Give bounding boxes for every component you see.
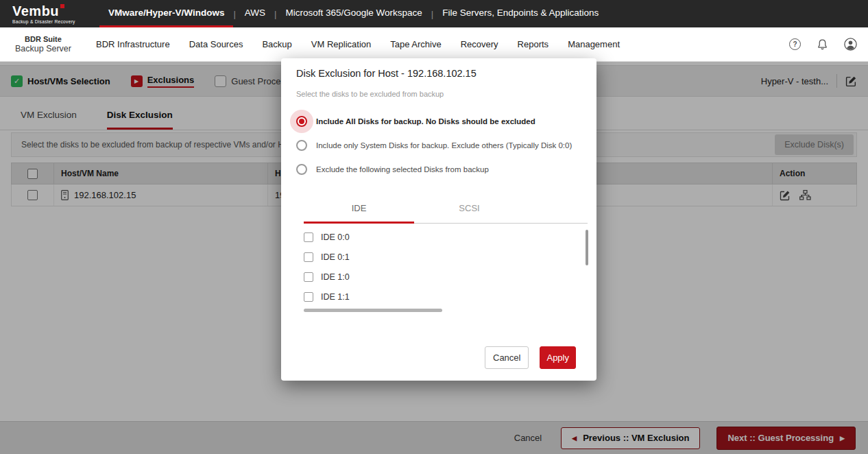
disk-checkbox[interactable] <box>304 252 313 262</box>
user-avatar-icon[interactable] <box>844 38 857 51</box>
menu-management[interactable]: Management <box>568 39 620 49</box>
tab-scsi[interactable]: SCSI <box>414 196 525 223</box>
disk-type-tabs: IDE SCSI <box>304 196 588 224</box>
vertical-scrollbar[interactable] <box>586 230 588 265</box>
product-tab-file-servers[interactable]: File Servers, Endpoints & Applications <box>433 0 607 27</box>
disk-checkbox[interactable] <box>304 272 313 282</box>
option-label: Exclude the following selected Disks fro… <box>316 165 489 174</box>
product-tab-vmware-hyperv-windows[interactable]: VMware/Hyper-V/Windows <box>99 0 233 27</box>
disk-list-item[interactable]: IDE 1:1 <box>304 287 588 307</box>
disk-label: IDE 0:0 <box>321 232 350 242</box>
disk-exclusion-options: Include All Disks for backup. No Disks s… <box>296 109 581 181</box>
brand-subtitle: Backup Server <box>7 44 80 53</box>
menu-data-sources[interactable]: Data Sources <box>189 39 243 49</box>
menu-reports[interactable]: Reports <box>518 39 549 49</box>
modal-cancel-button[interactable]: Cancel <box>485 346 529 369</box>
bdr-suite-brand: BDR Suite Backup Server <box>7 35 80 53</box>
disk-list: IDE 0:0 IDE 0:1 IDE 1:0 IDE 1:1 <box>304 227 588 307</box>
option-include-system-disks[interactable]: Include only System Disks for backup. Ex… <box>296 133 581 157</box>
disk-label: IDE 0:1 <box>321 252 350 262</box>
vembu-logo[interactable]: Vembu Backup & Disaster Recovery <box>0 0 99 27</box>
option-include-all-disks[interactable]: Include All Disks for backup. No Disks s… <box>296 109 581 133</box>
option-label: Include All Disks for backup. No Disks s… <box>316 117 535 126</box>
product-tab-aws[interactable]: AWS <box>236 0 274 27</box>
option-exclude-selected-disks[interactable]: Exclude the following selected Disks fro… <box>296 157 581 181</box>
header-icons: ? <box>789 38 857 51</box>
disk-exclusion-modal: Disk Exclusion for Host - 192.168.102.15… <box>281 58 596 381</box>
radio-unselected-icon[interactable] <box>296 140 307 151</box>
menu-tape-archive[interactable]: Tape Archive <box>390 39 441 49</box>
modal-title: Disk Exclusion for Host - 192.168.102.15 <box>296 68 581 79</box>
product-tab-m365-google[interactable]: Microsoft 365/Google Workspace <box>276 0 431 27</box>
modal-apply-button[interactable]: Apply <box>540 346 576 369</box>
disk-label: IDE 1:1 <box>321 292 350 302</box>
disk-checkbox[interactable] <box>304 232 313 242</box>
top-header: Vembu Backup & Disaster Recovery VMware/… <box>0 0 868 27</box>
modal-subtitle: Select the disks to be excluded from bac… <box>296 90 581 98</box>
product-tabs: VMware/Hyper-V/Windows | AWS | Microsoft… <box>99 0 607 27</box>
menu-recovery[interactable]: Recovery <box>461 39 498 49</box>
tab-ide[interactable]: IDE <box>304 196 414 224</box>
main-menu: BDR Infrastructure Data Sources Backup V… <box>96 39 620 49</box>
logo-title: Vembu <box>12 4 99 18</box>
page: Vembu Backup & Disaster Recovery VMware/… <box>0 0 868 454</box>
modal-actions: Cancel Apply <box>485 346 576 369</box>
disk-list-item[interactable]: IDE 0:1 <box>304 247 588 267</box>
option-label: Include only System Disks for backup. Ex… <box>316 141 572 150</box>
disk-label: IDE 1:0 <box>321 272 350 282</box>
radio-unselected-icon[interactable] <box>296 164 307 175</box>
disk-list-item[interactable]: IDE 1:0 <box>304 267 588 287</box>
logo-red-mark-icon <box>60 4 64 8</box>
menu-vm-replication[interactable]: VM Replication <box>311 39 371 49</box>
disk-list-item[interactable]: IDE 0:0 <box>304 227 588 247</box>
menu-backup[interactable]: Backup <box>262 39 291 49</box>
radio-selected-icon[interactable] <box>296 116 307 127</box>
disk-checkbox[interactable] <box>304 292 313 302</box>
menu-bdr-infrastructure[interactable]: BDR Infrastructure <box>96 39 170 49</box>
logo-subtitle: Backup & Disaster Recovery <box>12 19 99 24</box>
brand-title: BDR Suite <box>7 35 80 43</box>
horizontal-scrollbar[interactable] <box>304 309 442 312</box>
sub-header: BDR Suite Backup Server BDR Infrastructu… <box>0 27 868 62</box>
help-icon[interactable]: ? <box>789 38 801 50</box>
notifications-bell-icon[interactable] <box>817 38 828 51</box>
